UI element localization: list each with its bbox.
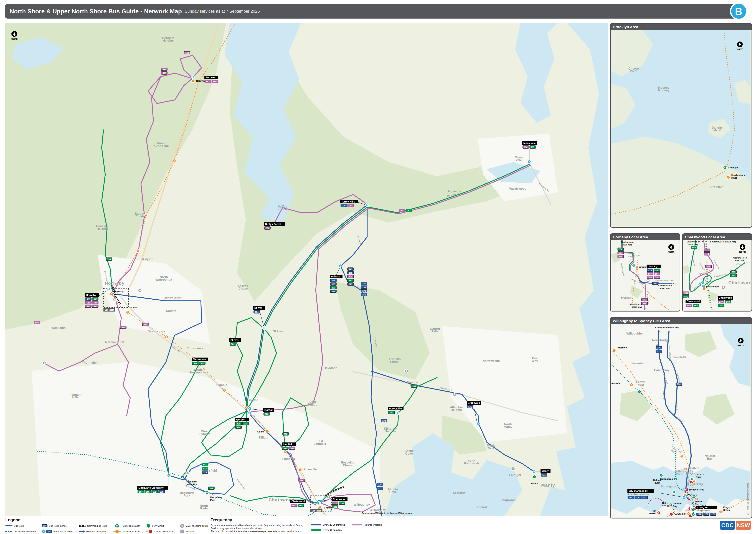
suburb-label: Naremburn bbox=[632, 361, 648, 365]
logo-nsw: NSW bbox=[736, 521, 751, 530]
svg-text:558: 558 bbox=[292, 504, 296, 507]
svg-text:T: T bbox=[704, 288, 705, 290]
station-M-icon: M bbox=[674, 478, 677, 481]
station-B-icon: B bbox=[316, 501, 319, 504]
page-subtitle: Sunday services as at 7 September 2025 bbox=[185, 9, 260, 14]
legend-item: B194Bus route terminus bbox=[42, 529, 73, 533]
suburb-label: Waitara bbox=[166, 309, 176, 312]
suburb-label: Roseville bbox=[304, 467, 317, 471]
station-F-icon: F bbox=[723, 166, 726, 169]
legend-item: Occasional bus route bbox=[5, 529, 36, 533]
svg-text:271: 271 bbox=[712, 513, 715, 515]
svg-text:L: L bbox=[671, 513, 672, 515]
legend-title: Legend bbox=[5, 518, 208, 522]
svg-text:565: 565 bbox=[146, 491, 149, 493]
svg-text:T: T bbox=[174, 159, 175, 162]
svg-text:284: 284 bbox=[349, 205, 353, 207]
station-T-icon: T bbox=[192, 79, 195, 82]
svg-text:T: T bbox=[267, 430, 268, 433]
svg-text:B: B bbox=[317, 502, 318, 504]
frequency-title: Frequency bbox=[210, 518, 304, 522]
legend-item: ▣Major shopping centre bbox=[180, 524, 208, 528]
station-T-icon: T bbox=[245, 406, 248, 409]
svg-text:St Ives: St Ives bbox=[255, 307, 262, 309]
frequency-line1: Bus routes are colour-coded based on app… bbox=[210, 524, 304, 526]
panel-brooklyn-title: Brooklyn Area bbox=[610, 24, 751, 30]
suburb-label: Turramurra bbox=[187, 347, 203, 350]
dir-label: ▼ bbox=[669, 330, 671, 332]
svg-text:B: B bbox=[263, 327, 265, 329]
svg-text:Gordon: Gordon bbox=[264, 409, 274, 412]
svg-text:T: T bbox=[636, 266, 637, 268]
svg-text:Duffys Forest: Duffys Forest bbox=[265, 223, 281, 226]
svg-text:596: 596 bbox=[619, 248, 622, 250]
suburb-label: MillersPoint bbox=[675, 470, 684, 476]
suburb-label: Cammeray bbox=[654, 368, 670, 372]
suburb-label: DuffysForest bbox=[278, 205, 287, 211]
svg-text:281: 281 bbox=[719, 305, 723, 307]
terminus-label-macquarie-university: Macquarie University197565572575 bbox=[137, 486, 168, 493]
svg-text:M: M bbox=[692, 513, 694, 516]
north-t-label: North bbox=[668, 251, 674, 253]
north-t-label: North bbox=[739, 250, 746, 253]
station-B-icon: B bbox=[339, 264, 342, 267]
station-B-icon: B bbox=[698, 283, 701, 286]
station-B-icon: B bbox=[320, 500, 323, 503]
suburb-label: CheeroPoint bbox=[629, 67, 639, 73]
svg-text:277: 277 bbox=[334, 502, 337, 504]
svg-text:B: B bbox=[168, 474, 170, 476]
panel-chatswood-title: Chatswood Local Area bbox=[683, 234, 751, 240]
terminus-label-chatswood: Chatswood558565 bbox=[290, 499, 306, 507]
svg-text:T: T bbox=[614, 350, 615, 352]
svg-text:277: 277 bbox=[705, 249, 709, 252]
suburb-label: DeeWhy bbox=[531, 357, 538, 362]
station-T-icon: T bbox=[635, 266, 639, 269]
panel-willoughby-title: Willoughby to Sydney CBD Area bbox=[610, 318, 751, 324]
suburb-label: HornsbyHeights bbox=[96, 225, 109, 230]
svg-text:Outward commencement: Outward commencement bbox=[627, 493, 649, 495]
legend-item: Direction of service bbox=[79, 529, 107, 533]
svg-text:277: 277 bbox=[719, 301, 723, 303]
suburb-label: KillarneyHeights bbox=[384, 427, 397, 433]
svg-text:597: 597 bbox=[163, 68, 166, 70]
station-T-icon: T bbox=[299, 468, 302, 471]
svg-text:T: T bbox=[685, 468, 686, 470]
svg-text:Belrose: Belrose bbox=[331, 275, 340, 278]
suburb-label: St IvesChase bbox=[238, 284, 248, 290]
station-M-icon: M bbox=[205, 491, 209, 494]
svg-text:196: 196 bbox=[237, 426, 240, 428]
svg-text:598: 598 bbox=[94, 305, 97, 307]
suburb-label: MonaVale bbox=[515, 156, 523, 162]
svg-text:270: 270 bbox=[657, 347, 661, 349]
station-L-icon: L bbox=[667, 505, 670, 508]
station-M-icon: M bbox=[692, 513, 695, 516]
svg-text:560: 560 bbox=[244, 423, 247, 425]
svg-text:281: 281 bbox=[334, 506, 337, 508]
header-bar: North Shore & Upper North Shore Bus Guid… bbox=[5, 4, 740, 18]
svg-text:M: M bbox=[703, 285, 704, 287]
svg-text:588: 588 bbox=[35, 322, 39, 324]
suburb-big-label: Chatswood bbox=[728, 280, 750, 285]
svg-text:T: T bbox=[111, 293, 112, 295]
suburb-label: Pymble bbox=[216, 383, 227, 387]
frequency-section: Frequency Bus routes are colour-coded ba… bbox=[210, 518, 382, 533]
svg-text:F: F bbox=[661, 474, 662, 476]
legend-item: +Hospital bbox=[180, 529, 208, 533]
svg-text:F: F bbox=[670, 504, 671, 506]
svg-text:283: 283 bbox=[412, 385, 416, 387]
svg-text:B: B bbox=[397, 412, 399, 414]
svg-text:L: L bbox=[688, 508, 689, 510]
osm-attribution: Base map data from OpenStreetMap bbox=[747, 483, 749, 515]
svg-text:193: 193 bbox=[362, 286, 366, 288]
road-label: Sailors Bay Rd bbox=[673, 356, 686, 358]
svg-text:558: 558 bbox=[705, 253, 709, 255]
station-T-icon: T bbox=[702, 287, 706, 290]
svg-text:T: T bbox=[300, 469, 301, 471]
svg-text:565: 565 bbox=[684, 296, 688, 298]
bus-network-map-page: North Shore & Upper North Shore Bus Guid… bbox=[0, 0, 756, 534]
frequency-swatches-1: Every 20-30 minutesEvery 60 minutes bbox=[311, 523, 345, 533]
svg-text:598: 598 bbox=[163, 72, 166, 74]
station-B-icon: B bbox=[262, 326, 266, 330]
svg-text:575: 575 bbox=[160, 491, 163, 493]
station-S-icon bbox=[646, 279, 650, 282]
